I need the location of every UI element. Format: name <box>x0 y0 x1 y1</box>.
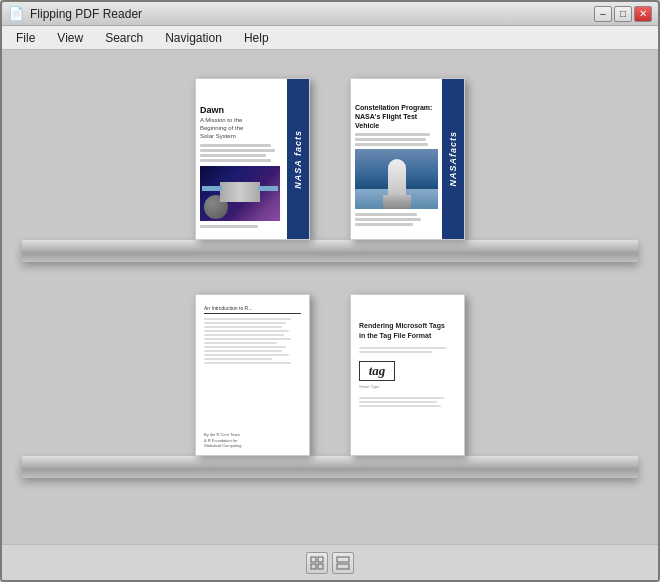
shelf-1-books: Dawn A Mission to theBeginning of theSol… <box>22 60 638 240</box>
close-button[interactable]: ✕ <box>634 6 652 22</box>
menu-bar: File View Search Navigation Help <box>2 26 658 50</box>
book-2-title: Constellation Program:NASA's Flight Test… <box>355 103 438 130</box>
text-line <box>359 397 444 399</box>
book-4-text-bottom <box>359 397 456 407</box>
book-1-content: Dawn A Mission to theBeginning of theSol… <box>196 79 287 239</box>
text-line <box>359 347 446 349</box>
text-line <box>200 149 275 152</box>
text-line <box>359 401 437 403</box>
title-bar-left: 📄 Flipping PDF Reader <box>8 6 142 21</box>
window-title: Flipping PDF Reader <box>30 7 142 21</box>
book-2-image <box>355 149 438 209</box>
book-nasa-constellation[interactable]: Constellation Program:NASA's Flight Test… <box>350 78 465 240</box>
shelf-plank-1 <box>22 240 638 262</box>
book-1-title: Dawn <box>200 105 283 115</box>
book-4-text <box>359 347 456 353</box>
text-line <box>204 326 282 328</box>
text-line <box>355 138 426 141</box>
book-1-subtitle: A Mission to theBeginning of theSolar Sy… <box>200 117 283 140</box>
text-line <box>204 330 289 332</box>
shelf-2-books: An Introduction to R... <box>22 276 638 456</box>
content-area: Dawn A Mission to theBeginning of theSol… <box>2 50 658 544</box>
minimize-button[interactable]: – <box>594 6 612 22</box>
title-bar: 📄 Flipping PDF Reader – □ ✕ <box>2 2 658 26</box>
text-line <box>204 346 286 348</box>
book-tag-doc[interactable]: Rendering Microsoft Tagsin the Tag File … <box>350 294 465 456</box>
svg-rect-4 <box>337 557 349 562</box>
book-intro-doc[interactable]: An Introduction to R... <box>195 294 310 456</box>
grid-view-button[interactable] <box>306 552 328 574</box>
book-3-title: An Introduction to R... <box>204 305 301 314</box>
bottom-toolbar <box>2 544 658 580</box>
book-4-heading: Rendering Microsoft Tagsin the Tag File … <box>359 321 456 341</box>
svg-rect-2 <box>311 564 316 569</box>
book-2-sidebar: NASAfacts <box>442 79 464 239</box>
book-2-content: Constellation Program:NASA's Flight Test… <box>351 79 442 239</box>
spacecraft-visual <box>220 182 260 202</box>
book-3-author: By the R Core Team& R Foundation forStat… <box>204 432 301 449</box>
text-line <box>204 350 282 352</box>
menu-navigation[interactable]: Navigation <box>155 28 232 48</box>
list-view-button[interactable] <box>332 552 354 574</box>
book-2-text-bottom <box>355 213 438 226</box>
text-line <box>204 334 284 336</box>
text-line <box>355 133 430 136</box>
book-3-text <box>204 318 301 364</box>
text-line <box>204 342 277 344</box>
book-nasa-dawn[interactable]: Dawn A Mission to theBeginning of theSol… <box>195 78 310 240</box>
tag-logo: tag <box>359 361 395 381</box>
grid-view-icon <box>310 556 324 570</box>
bottom-line <box>200 225 258 228</box>
shelf-section-2: An Introduction to R... <box>22 276 638 486</box>
book-2-side-text: NASAfacts <box>448 131 458 187</box>
window-icon: 📄 <box>8 6 24 21</box>
text-line <box>204 362 291 364</box>
text-line <box>355 218 421 221</box>
book-4-content: Rendering Microsoft Tagsin the Tag File … <box>351 295 464 419</box>
svg-rect-5 <box>337 564 349 569</box>
text-line <box>200 154 266 157</box>
text-line <box>359 351 432 353</box>
text-line <box>355 143 428 146</box>
text-line <box>204 358 272 360</box>
book-1-image <box>200 166 280 221</box>
text-line <box>359 405 441 407</box>
tag-subtitle: Smart Type <box>359 384 456 389</box>
shelf-section-1: Dawn A Mission to theBeginning of theSol… <box>22 60 638 270</box>
menu-view[interactable]: View <box>47 28 93 48</box>
book-1-sidebar: NASA facts <box>287 79 309 239</box>
list-view-icon <box>336 556 350 570</box>
book-1-side-text: NASA facts <box>293 130 303 189</box>
text-line <box>355 213 417 216</box>
book-3-content: An Introduction to R... <box>196 295 309 459</box>
shelf-plank-2 <box>22 456 638 478</box>
text-line <box>204 318 291 320</box>
maximize-button[interactable]: □ <box>614 6 632 22</box>
svg-rect-3 <box>318 564 323 569</box>
text-line <box>204 322 286 324</box>
text-line <box>355 223 413 226</box>
text-line <box>200 159 271 162</box>
menu-search[interactable]: Search <box>95 28 153 48</box>
svg-rect-0 <box>311 557 316 562</box>
main-window: 📄 Flipping PDF Reader – □ ✕ File View Se… <box>0 0 660 582</box>
rocket-visual <box>388 159 406 209</box>
svg-rect-1 <box>318 557 323 562</box>
menu-help[interactable]: Help <box>234 28 279 48</box>
text-line <box>204 338 291 340</box>
book-1-text <box>200 144 283 162</box>
book-2-text <box>355 133 438 146</box>
text-line <box>204 354 289 356</box>
title-bar-buttons: – □ ✕ <box>594 6 652 22</box>
menu-file[interactable]: File <box>6 28 45 48</box>
text-line <box>200 144 271 147</box>
